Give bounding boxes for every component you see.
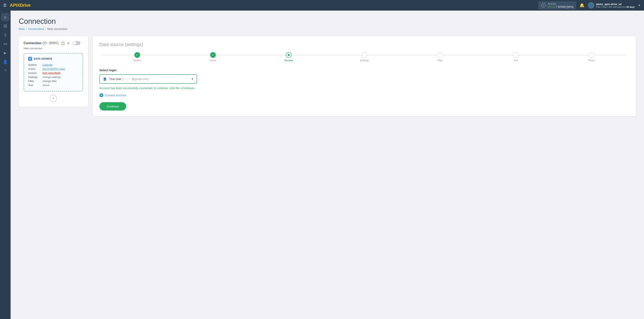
step-access: Access	[251, 52, 326, 62]
datasource-label: 1 DATA SOURCE	[28, 57, 78, 61]
actions-info-text: Actions: 25'156 / 50'000 (50%)	[548, 2, 573, 8]
page-title: Connection	[19, 17, 636, 26]
step-action: ✓ Action	[175, 52, 251, 62]
user-name: demo_apix-drive_s2	[596, 3, 635, 6]
sidebar-item-home[interactable]: ⌂	[1, 13, 9, 21]
toggle-switch[interactable]	[73, 41, 80, 45]
settings-icon[interactable]: ⚙	[67, 41, 70, 45]
svg-rect-0	[4, 25, 5, 26]
card-header: Connection (ID: 38985) 📋 ⚙	[24, 41, 83, 45]
select-chevron-icon: ▼	[191, 77, 194, 80]
actions-label: Actions:	[548, 2, 573, 5]
step-label-action: Action	[210, 59, 216, 62]
actions-pct: (50%)	[566, 5, 574, 8]
select-user-text: Tina User (···········@gmail.com)	[109, 77, 149, 80]
sidebar-item-media[interactable]: ▶	[1, 49, 9, 57]
success-message: Account has been successfully connected,…	[99, 86, 197, 90]
cards-row: Connection (ID: 38985) 📋 ⚙ New connectio…	[19, 36, 636, 116]
breadcrumb-sep-2: /	[45, 27, 46, 30]
step-test: Test	[478, 52, 554, 62]
sidebar-item-billing[interactable]: $	[1, 31, 9, 39]
user-menu[interactable]: 👤 demo_apix-drive_s2 Plan | Start | left…	[588, 2, 641, 8]
ds-key-system: System	[28, 63, 42, 66]
step-filter: Filter	[402, 52, 478, 62]
ds-val-action[interactable]: Get EVENTS (new)	[42, 68, 65, 70]
connection-name: New connection	[24, 47, 83, 50]
sidebar-item-dashboard[interactable]	[1, 22, 9, 30]
ds-key-settings: Settings	[28, 76, 42, 78]
login-select[interactable]: 👤 Tina User (···········@gmail.com) ▼	[99, 74, 197, 84]
continue-button[interactable]: Continue	[99, 102, 126, 110]
ds-val-system[interactable]: Calendly	[42, 63, 53, 66]
layout: ⌂ $ ▶ 👤 ? Connection Main / Connections …	[0, 10, 644, 319]
breadcrumb-current: New connection	[47, 27, 68, 30]
connect-account-label: Connect account	[105, 94, 126, 97]
main-content: Connection Main / Connections / New conn…	[10, 10, 644, 319]
ds-val-test[interactable]: check	[42, 84, 49, 87]
ds-key-action: Action	[28, 68, 42, 70]
add-block-button[interactable]: +	[50, 95, 57, 102]
datasource-box: 1 DATA SOURCE System Calendly Action Get…	[24, 53, 83, 92]
ds-row-test: Test check	[28, 84, 78, 87]
hamburger-icon[interactable]: ☰	[3, 3, 6, 8]
svg-rect-1	[6, 25, 7, 26]
ds-key-test: Test	[28, 84, 42, 87]
step-circle-access	[286, 52, 292, 58]
sidebar-item-profile[interactable]: 👤	[1, 58, 9, 66]
avatar: 👤	[588, 2, 594, 8]
svg-rect-2	[4, 26, 5, 28]
step-label-test: Test	[514, 59, 518, 62]
breadcrumb-sep-1: /	[26, 27, 27, 30]
user-select-icon: 👤	[102, 77, 107, 81]
step-system: ✓ System	[99, 52, 175, 62]
breadcrumb-connections[interactable]: Connections	[28, 27, 44, 30]
right-card-title: Data source (settings)	[99, 42, 629, 47]
actions-total: 50'000	[558, 5, 566, 8]
user-chevron-icon: ▼	[638, 4, 641, 7]
ds-row-settings: Settings change settings	[28, 76, 78, 78]
user-info: demo_apix-drive_s2 Plan | Start | left u…	[596, 3, 635, 8]
datasource-num: 1	[28, 57, 32, 61]
notifications-bell[interactable]: 🔔	[580, 3, 584, 8]
svg-rect-5	[6, 43, 7, 45]
info-icon: i	[541, 3, 546, 8]
step-label-settings: Settings	[360, 59, 369, 62]
svg-rect-3	[6, 26, 7, 28]
actions-info: i Actions: 25'156 / 50'000 (50%)	[538, 1, 576, 10]
breadcrumb: Main / Connections / New connection	[19, 27, 636, 30]
step-label-access: Access	[284, 59, 293, 62]
toggle-knob	[73, 42, 76, 45]
ds-key-access: Access	[28, 72, 42, 74]
card-id: (ID: 38985)	[42, 41, 59, 45]
step-circle-system: ✓	[134, 52, 140, 58]
breadcrumb-main[interactable]: Main	[19, 27, 25, 30]
left-card: Connection (ID: 38985) 📋 ⚙ New connectio…	[19, 36, 88, 107]
sidebar-item-help[interactable]: ?	[1, 67, 9, 75]
stepper: ✓ System ✓ Action Access	[99, 52, 629, 62]
step-circle-finish	[588, 52, 594, 58]
ds-row-action: Action Get EVENTS (new)	[28, 68, 78, 70]
step-label-filter: Filter	[437, 59, 443, 62]
logo-text: APIXDrive	[10, 3, 30, 8]
svg-rect-4	[4, 43, 5, 45]
card-title: Connection (ID: 38985)	[24, 41, 59, 45]
sidebar-item-integrations[interactable]	[1, 40, 9, 48]
user-plan: Plan | Start | left until payment 26 day…	[596, 6, 635, 8]
ds-val-settings[interactable]: change settings	[42, 76, 61, 78]
ds-val-access[interactable]: (not specified)	[42, 72, 60, 74]
step-label-system: System	[133, 59, 141, 62]
copy-icon[interactable]: 📋	[61, 41, 65, 45]
ds-row-access: Access (not specified)	[28, 72, 78, 74]
select-email-value: (···········@gmail.com)	[122, 77, 149, 80]
ds-val-filter[interactable]: change filter	[42, 80, 57, 83]
step-circle-action: ✓	[210, 52, 216, 58]
step-label-finish: Finish	[588, 59, 595, 62]
step-circle-test	[513, 52, 518, 58]
actions-values: 25'156 / 50'000 (50%)	[548, 5, 573, 8]
select-box-left: 👤 Tina User (···········@gmail.com)	[102, 77, 149, 81]
step-circle-filter	[437, 52, 443, 58]
connect-account-link[interactable]: + Connect account	[99, 93, 629, 97]
right-card: Data source (settings) ✓ System ✓ Action	[93, 36, 636, 116]
ds-key-filter: Filter	[28, 80, 42, 83]
step-finish: Finish	[554, 52, 629, 62]
